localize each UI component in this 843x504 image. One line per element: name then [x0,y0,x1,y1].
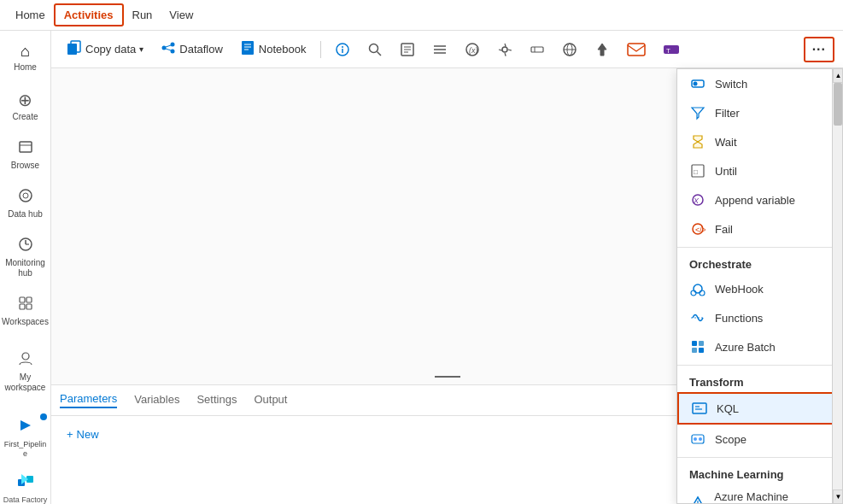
svg-point-3 [23,193,28,198]
sidebar-item-monitoring-hub[interactable]: Monitoring hub [0,230,50,285]
dropdown-item-functions[interactable]: Functions [677,303,842,332]
menu-home[interactable]: Home [7,5,54,25]
info-button[interactable] [328,38,357,61]
filter-icon [689,104,706,121]
copy-data-chevron: ▾ [139,44,143,54]
svg-point-18 [171,49,175,53]
settings-button[interactable] [490,38,519,61]
tab-output[interactable]: Output [254,393,287,407]
lines-button[interactable] [425,38,454,61]
svg-point-68 [694,437,697,441]
pages-button[interactable] [393,38,422,61]
dropdown-item-switch[interactable]: Switch [677,69,842,98]
svg-text:□: □ [694,168,698,176]
scrollbar-thumb[interactable] [834,83,842,126]
sidebar-item-browse[interactable]: Browse [0,132,50,178]
app-container: Home Activities Run View ⌂ Home ⊕ Create… [0,0,843,504]
variable-button[interactable]: (x) [458,38,487,61]
dropdown-item-webhook[interactable]: WebHook [677,274,842,303]
sidebar-item-my-workspace[interactable]: Myworkspace [0,344,50,400]
data-hub-icon [18,188,33,208]
more-icon: ··· [812,42,826,57]
azurebatch-label: Azure Batch [715,341,776,354]
sidebar-item-browse-label: Browse [11,161,39,171]
svg-point-57 [694,284,702,293]
sidebar-item-pipeline-label: First_Pipeline [4,440,47,459]
params-button[interactable] [523,38,552,61]
sidebar-item-first-pipeline[interactable]: First_Pipeline [0,410,50,466]
dropdown-item-azurebatch[interactable]: Azure Batch [677,332,842,361]
sidebar-item-data-hub[interactable]: Data hub [0,181,50,226]
notebook-icon [240,40,255,59]
svg-point-16 [162,45,167,50]
dataflow-button[interactable]: Dataflow [154,37,230,62]
orchestrate-section: Orchestrate [677,251,842,274]
dropdown-item-until[interactable]: □ Until [677,156,842,185]
functions-icon [689,309,706,326]
more-button[interactable]: ··· [804,37,834,62]
scope-icon [689,431,706,448]
dropdown-item-scope[interactable]: Scope [677,425,842,454]
svg-point-28 [369,44,378,52]
sidebar-item-home[interactable]: ⌂ Home [0,36,50,79]
azurebatch-icon [689,338,706,355]
notebook-button[interactable]: Notebook [233,37,313,62]
functions-label: Functions [715,312,763,325]
svg-rect-8 [26,304,32,309]
my-workspace-icon [18,351,33,371]
dataflow-label: Dataflow [179,43,223,56]
svg-rect-64 [693,403,706,413]
tab-parameters[interactable]: Parameters [60,392,117,408]
copy-data-button[interactable]: Copy data ▾ [60,37,150,62]
tab-settings[interactable]: Settings [196,393,237,407]
search-button[interactable] [360,38,389,61]
dropdown-item-append[interactable]: X Append variable [677,185,842,214]
sidebar-item-create[interactable]: ⊕ Create [0,83,50,129]
svg-rect-6 [26,297,32,302]
notebook-label: Notebook [259,43,307,56]
svg-point-27 [342,46,343,48]
workspaces-icon [18,296,33,315]
scrollbar-arrow-down[interactable]: ▼ [833,489,843,503]
svg-point-50 [694,82,698,86]
dropdown-item-wait[interactable]: Wait [677,127,842,156]
tab-variables[interactable]: Variables [134,393,179,407]
svg-marker-45 [598,44,606,56]
dropdown-item-filter[interactable]: Filter [677,98,842,127]
sidebar-item-data-hub-label: Data hub [8,209,43,220]
dropdown-item-aml[interactable]: Azure Machine Learning [677,484,842,504]
teams-button[interactable]: T [656,38,687,61]
mail-button[interactable] [620,38,653,61]
svg-rect-21 [242,41,254,55]
dropdown-item-kql[interactable]: KQL [677,392,842,425]
sidebar-item-home-label: Home [14,62,37,73]
append-label: Append variable [715,194,795,207]
sidebar-item-create-label: Create [12,112,38,122]
svg-marker-10 [20,420,31,431]
webhook-label: WebHook [715,283,764,296]
menu-run[interactable]: Run [124,5,161,25]
dropdown-item-fail[interactable]: </> Fail [677,214,842,243]
dataflow-icon [161,40,176,59]
menu-view[interactable]: View [161,5,202,25]
svg-line-20 [166,49,171,50]
export-button[interactable] [588,38,617,61]
divider-2 [677,365,842,366]
menu-activities[interactable]: Activities [54,3,124,26]
create-icon: ⊕ [18,90,32,110]
sidebar: ⌂ Home ⊕ Create Browse Data hub [0,31,51,504]
switch-label: Switch [715,78,747,91]
globe-button[interactable] [555,38,584,61]
fail-icon: </> [689,220,706,237]
sidebar-item-workspaces-label: Workspaces [2,317,49,327]
sidebar-item-my-workspace-label: Myworkspace [5,372,46,393]
dropdown-scrollbar[interactable]: ▲ ▼ [832,69,842,503]
sidebar-item-workspaces[interactable]: Workspaces [0,289,50,334]
canvas-divider [435,376,460,378]
scrollbar-arrow-up[interactable]: ▲ [833,69,843,83]
svg-rect-5 [20,297,25,302]
new-label: New [77,428,99,441]
svg-rect-46 [628,44,645,56]
home-icon: ⌂ [20,43,30,61]
aml-label: Azure Machine Learning [714,490,830,504]
